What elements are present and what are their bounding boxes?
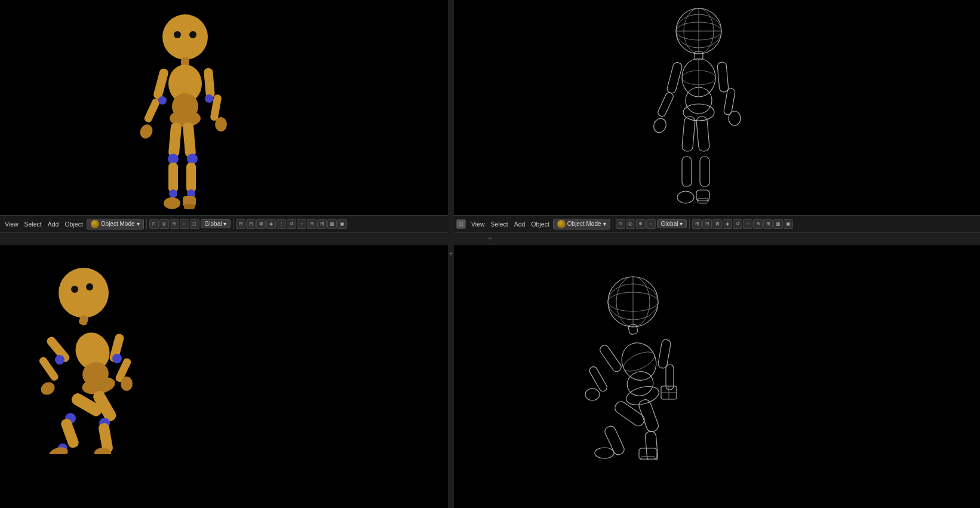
mode-chevron-tl: ▾	[137, 221, 140, 227]
icon-b9-tr[interactable]: ▦	[773, 219, 783, 229]
icon-r3-tr[interactable]: ⊕	[636, 219, 646, 229]
svg-point-62	[121, 377, 133, 391]
icon-r2-tr[interactable]: ◎	[626, 219, 635, 229]
svg-rect-20	[186, 163, 196, 192]
icon-render-tl[interactable]: ⊙	[149, 219, 159, 229]
icon-xray-tl[interactable]: ◻	[190, 219, 199, 229]
svg-point-21	[169, 189, 177, 198]
icon-b3-tr[interactable]: ⊠	[712, 219, 722, 229]
icon-b1-tr[interactable]: ⊞	[692, 219, 702, 229]
svg-point-13	[205, 94, 213, 103]
svg-rect-97	[645, 431, 658, 460]
viewport-icon-tr[interactable]: ◫	[456, 219, 466, 229]
icon-b5-tr[interactable]: ↺	[733, 219, 742, 229]
character-bl-solid	[36, 263, 179, 454]
svg-rect-95	[603, 425, 625, 457]
svg-point-84	[623, 368, 656, 400]
icon-a8-tl[interactable]: ⊕	[307, 219, 317, 229]
icon-b4-tr[interactable]: ◈	[723, 219, 732, 229]
icon-prop-tl[interactable]: ○	[180, 219, 189, 229]
svg-rect-85	[598, 344, 623, 374]
icon-b10-tr[interactable]: ▣	[784, 219, 793, 229]
svg-point-52	[71, 286, 78, 293]
sep1-tl	[146, 219, 147, 229]
global-label-tr: Global	[661, 221, 678, 227]
character-br-wire	[561, 269, 729, 460]
divider-cross-top: +	[448, 250, 453, 258]
divider-horizontal[interactable]: +	[0, 233, 980, 245]
icons2-tr: ⊞ ⊟ ⊠ ◈ ↺ ↔ ⊕ ⊞ ▦ ▣	[692, 219, 793, 229]
icon-a1-tl[interactable]: ⊞	[236, 219, 245, 229]
viewport-top-left[interactable]: View Select Add Object Object Mode ▾ ⊙ ◎…	[0, 0, 448, 233]
global-btn-tr[interactable]: Global ▾	[657, 219, 687, 228]
viewport-bottom-left[interactable]	[0, 245, 448, 508]
svg-point-2	[189, 31, 196, 38]
toolbar-tl: View Select Add Object Object Mode ▾ ⊙ ◎…	[0, 215, 448, 232]
sep2-tr	[689, 219, 690, 229]
icon-a11-tl[interactable]: ▣	[337, 219, 347, 229]
svg-rect-45	[696, 116, 710, 151]
icon-b8-tr[interactable]: ⊞	[763, 219, 773, 229]
mode-icon-tr	[557, 220, 566, 228]
svg-rect-37	[666, 62, 683, 94]
view-menu-tl[interactable]: View	[2, 220, 21, 228]
svg-point-59	[39, 380, 57, 397]
select-menu-tl[interactable]: Select	[22, 220, 44, 228]
svg-rect-15	[168, 122, 182, 157]
icon-b2-tr[interactable]: ⊟	[702, 219, 712, 229]
icons-tl: ⊙ ◎ ⊕ ○ ◻	[149, 219, 199, 229]
icon-overlay-tl[interactable]: ◎	[159, 219, 169, 229]
icon-b7-tr[interactable]: ⊕	[753, 219, 763, 229]
svg-rect-46	[682, 157, 692, 186]
icon-a6-tl[interactable]: ↺	[287, 219, 296, 229]
svg-point-98	[595, 448, 614, 458]
add-menu-tr[interactable]: Add	[512, 220, 528, 228]
icon-a10-tl[interactable]: ▦	[327, 219, 337, 229]
icon-a9-tl[interactable]: ⊞	[317, 219, 327, 229]
svg-rect-25	[184, 204, 195, 209]
svg-point-51	[59, 268, 109, 318]
svg-point-43	[683, 104, 714, 121]
icon-a4-tl[interactable]: ◈	[266, 219, 276, 229]
viewport-top-right[interactable]: ◫ View Select Add Object Object Mode ▾ ⊙…	[454, 0, 980, 233]
viewport-bottom-right[interactable]	[454, 245, 980, 508]
icon-b6-tr[interactable]: ↔	[743, 219, 752, 229]
svg-point-11	[215, 117, 227, 131]
divider-cross-h: +	[488, 235, 492, 243]
view-menu-tr[interactable]: View	[469, 220, 487, 228]
svg-point-12	[158, 96, 167, 105]
svg-point-42	[729, 111, 741, 126]
object-menu-tl[interactable]: Object	[62, 220, 85, 228]
svg-rect-38	[657, 91, 675, 118]
global-label-tl: Global	[205, 221, 222, 227]
object-menu-tr[interactable]: Object	[529, 220, 551, 228]
canvas-tr	[454, 0, 980, 215]
icon-snap-tl[interactable]: ⊕	[170, 219, 179, 229]
sep2-tl	[233, 219, 234, 229]
svg-point-82	[616, 337, 662, 386]
toolbar-tr: ◫ View Select Add Object Object Mode ▾ ⊙…	[454, 215, 980, 232]
canvas-br	[454, 245, 980, 491]
icon-r4-tr[interactable]: ○	[646, 219, 656, 229]
global-btn-tl[interactable]: Global ▾	[201, 219, 231, 228]
icon-a2-tl[interactable]: ⊟	[246, 219, 256, 229]
icon-a7-tl[interactable]: ↔	[297, 219, 306, 229]
icon-a5-tl[interactable]: ⋮	[277, 219, 286, 229]
mode-btn-tl[interactable]: Object Mode ▾	[87, 219, 144, 229]
mode-btn-tr[interactable]: Object Mode ▾	[553, 219, 610, 229]
svg-rect-19	[168, 163, 178, 192]
divider-vertical[interactable]: +	[448, 0, 454, 508]
svg-rect-49	[696, 190, 709, 201]
svg-point-87	[585, 388, 600, 400]
add-menu-tl[interactable]: Add	[45, 220, 62, 228]
svg-point-63	[55, 355, 64, 365]
icon-r1-tr[interactable]: ⊙	[616, 219, 625, 229]
svg-rect-96	[637, 398, 660, 433]
canvas-bl	[0, 245, 448, 491]
icons2-tl: ⊞ ⊟ ⊠ ◈ ⋮ ↺ ↔ ⊕ ⊞ ▦ ▣	[236, 219, 347, 229]
svg-rect-99	[639, 448, 657, 459]
icon-a3-tl[interactable]: ⊠	[256, 219, 266, 229]
svg-rect-6	[153, 68, 170, 100]
svg-point-53	[86, 283, 93, 290]
select-menu-tr[interactable]: Select	[489, 220, 511, 228]
